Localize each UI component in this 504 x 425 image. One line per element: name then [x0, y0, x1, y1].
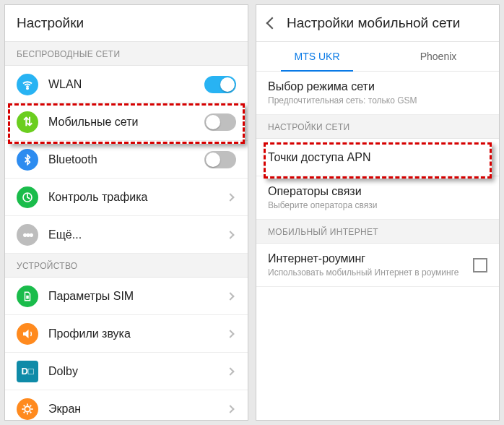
sim-icon	[17, 286, 38, 307]
section-internet: МОБИЛЬНЫЙ ИНТЕРНЕТ	[256, 220, 499, 244]
roaming-checkbox[interactable]	[473, 258, 487, 272]
row-bluetooth[interactable]: Bluetooth	[5, 141, 248, 179]
settings-screen: Настройки БЕСПРОВОДНЫЕ СЕТИ WLAN ⇅ Мобил…	[4, 4, 248, 421]
sim-label: Параметры SIM	[48, 290, 217, 303]
more-icon: •••	[17, 224, 38, 246]
dolby-icon: D□	[17, 361, 38, 382]
sound-icon	[17, 323, 38, 345]
wifi-icon	[17, 74, 38, 95]
row-sound[interactable]: Профили звука	[5, 315, 248, 353]
tab-mts-ukr[interactable]: MTS UKR	[256, 42, 378, 71]
row-screen[interactable]: Экран	[5, 390, 248, 421]
row-traffic[interactable]: Контроль трафика	[5, 179, 248, 216]
screen-label: Экран	[48, 403, 217, 416]
tab-phoenix[interactable]: Phoenix	[378, 42, 499, 71]
bluetooth-toggle[interactable]	[204, 151, 236, 168]
bluetooth-icon	[17, 149, 38, 171]
chevron-right-icon	[226, 231, 234, 239]
mode-sub: Предпочтительная сеть: только GSM	[268, 95, 487, 106]
row-mobile-networks[interactable]: ⇅ Мобильные сети	[5, 103, 248, 141]
mobile-label: Мобильные сети	[48, 116, 194, 129]
roaming-label: Интернет-роуминг	[268, 252, 463, 265]
screen-icon	[17, 398, 38, 420]
row-sim[interactable]: Параметры SIM	[5, 278, 248, 315]
page-header: Настройки мобильной сети	[256, 5, 499, 42]
wlan-label: WLAN	[48, 78, 194, 91]
mobile-data-icon: ⇅	[17, 111, 38, 133]
svg-rect-2	[26, 295, 29, 299]
mobile-toggle[interactable]	[204, 113, 236, 131]
row-dolby[interactable]: D□ Dolby	[5, 353, 248, 390]
title-text: Настройки	[17, 15, 84, 31]
more-label: Ещё...	[48, 228, 217, 241]
chevron-right-icon	[226, 405, 234, 413]
row-network-mode[interactable]: Выбор режима сети Предпочтительная сеть:…	[256, 72, 499, 115]
row-wlan[interactable]: WLAN	[5, 66, 248, 103]
chevron-right-icon	[226, 367, 234, 375]
operators-label: Операторы связи	[268, 185, 487, 198]
section-device: УСТРОЙСТВО	[5, 254, 248, 278]
row-operators[interactable]: Операторы связи Выберите оператора связи	[256, 176, 499, 220]
roaming-sub: Использовать мобильный Интернет в роумин…	[268, 267, 463, 278]
section-wireless: БЕСПРОВОДНЫЕ СЕТИ	[5, 42, 248, 66]
chevron-right-icon	[226, 292, 234, 300]
row-roaming[interactable]: Интернет-роуминг Использовать мобильный …	[256, 244, 499, 287]
operators-sub: Выберите оператора связи	[268, 200, 487, 210]
traffic-icon	[17, 186, 38, 208]
sound-label: Профили звука	[48, 327, 217, 340]
row-more[interactable]: ••• Ещё...	[5, 216, 248, 254]
sim-tabs: MTS UKR Phoenix	[256, 42, 499, 72]
chevron-right-icon	[226, 193, 234, 201]
wlan-toggle[interactable]	[204, 76, 236, 93]
section-network: НАСТРОЙКИ СЕТИ	[256, 115, 499, 139]
mode-label: Выбор режима сети	[268, 80, 487, 93]
svg-point-0	[27, 87, 28, 89]
traffic-label: Контроль трафика	[48, 191, 217, 204]
page-title: Настройки	[5, 5, 248, 42]
mobile-network-settings-screen: Настройки мобильной сети MTS UKR Phoenix…	[256, 4, 500, 421]
apn-label: Точки доступа APN	[268, 151, 487, 164]
svg-point-3	[25, 406, 30, 412]
row-apn[interactable]: Точки доступа APN	[256, 139, 499, 176]
back-icon[interactable]	[266, 17, 279, 30]
title-text: Настройки мобильной сети	[287, 15, 460, 31]
chevron-right-icon	[226, 330, 234, 338]
dolby-label: Dolby	[48, 365, 217, 378]
bluetooth-label: Bluetooth	[48, 153, 194, 166]
